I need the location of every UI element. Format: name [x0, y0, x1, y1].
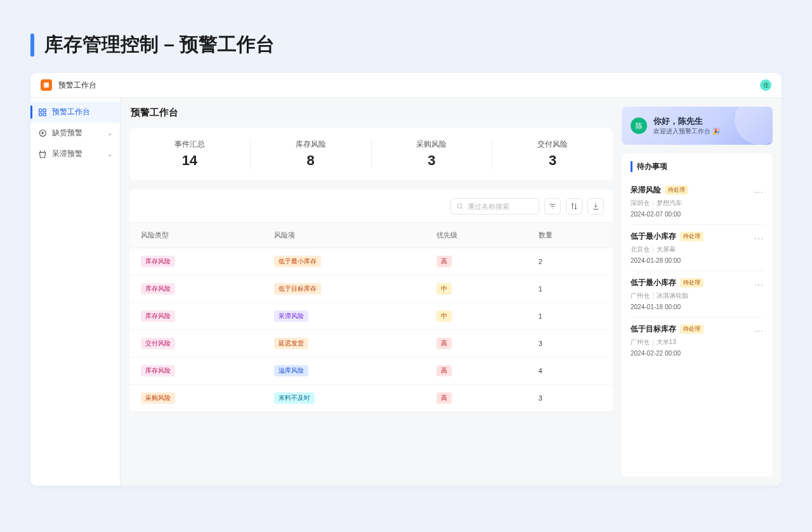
- todo-sub: 广州仓|大米13: [631, 338, 764, 347]
- svg-rect-1: [39, 109, 42, 111]
- app-frame: 预警工作台 佳 预警工作台缺货预警⌄呆滞预警⌄ 预警工作台 事件汇总14库存风险…: [30, 73, 782, 486]
- stat-item[interactable]: 交付风险3: [492, 139, 613, 169]
- table-row[interactable]: 库存风险低于目标库存中1: [129, 276, 613, 303]
- search-input[interactable]: [468, 203, 534, 210]
- todo-item[interactable]: 低于最小库存待处理北京仓|大屏幕2024-01-28 00:00⋯: [631, 225, 764, 271]
- stat-item[interactable]: 采购风险3: [372, 139, 493, 169]
- sidebar-icon: [38, 129, 47, 138]
- risk-item-tag: 来料不及时: [274, 392, 315, 404]
- main-title: 预警工作台: [129, 107, 613, 119]
- svg-rect-3: [39, 113, 42, 116]
- table-row[interactable]: 采购风险来料不及时高3: [129, 385, 613, 412]
- search-icon: [456, 203, 464, 210]
- export-button[interactable]: [587, 198, 604, 215]
- risk-table-card: 风险类型风险项优先级数量 库存风险低于最小库存高2库存风险低于目标库存中1库存风…: [129, 189, 613, 412]
- stat-label: 库存风险: [251, 139, 371, 150]
- stat-item[interactable]: 库存风险8: [251, 139, 372, 169]
- todo-status-badge: 待处理: [665, 185, 688, 195]
- sidebar-item-1[interactable]: 缺货预警⌄: [30, 123, 120, 143]
- priority-tag: 中: [436, 310, 452, 322]
- table-row[interactable]: 库存风险呆滞风险中1: [129, 303, 613, 330]
- todo-time: 2024-02-22 00:00: [631, 350, 764, 357]
- stats-card: 事件汇总14库存风险8采购风险3交付风险3: [129, 128, 613, 180]
- risk-item-tag: 低于最小库存: [274, 256, 321, 267]
- sidebar-item-label: 呆滞预警: [52, 149, 82, 159]
- table-row[interactable]: 库存风险溢库风险高4: [129, 357, 613, 385]
- risk-type-tag: 库存风险: [141, 256, 175, 267]
- more-icon[interactable]: ⋯: [754, 234, 764, 244]
- todo-name: 呆滞风险: [631, 185, 661, 196]
- stat-label: 事件汇总: [129, 139, 250, 150]
- sidebar-item-label: 预警工作台: [52, 107, 90, 117]
- table-header[interactable]: 风险项: [263, 223, 425, 248]
- sort-button[interactable]: [566, 198, 582, 215]
- todo-title: 待办事项: [631, 161, 764, 172]
- stat-value: 8: [251, 152, 371, 169]
- count-cell: 4: [527, 357, 613, 385]
- svg-rect-0: [44, 83, 49, 88]
- todo-name: 低于目标库存: [631, 324, 676, 335]
- risk-item-tag: 延迟发货: [274, 338, 308, 349]
- sidebar: 预警工作台缺货预警⌄呆滞预警⌄: [30, 98, 121, 486]
- stat-value: 14: [129, 152, 250, 169]
- stat-value: 3: [492, 152, 613, 169]
- svg-rect-4: [43, 113, 46, 116]
- risk-item-tag: 低于目标库存: [274, 283, 321, 295]
- app-header: 预警工作台 佳: [30, 73, 782, 98]
- user-avatar[interactable]: 佳: [760, 79, 771, 91]
- todo-name: 低于最小库存: [631, 277, 676, 288]
- svg-point-5: [457, 204, 462, 208]
- priority-tag: 高: [436, 365, 452, 376]
- stat-label: 采购风险: [372, 139, 492, 150]
- greeting-card: 陈 你好，陈先生 欢迎进入预警工作台 🎉: [622, 107, 773, 145]
- page-title: 库存管理控制 – 预警工作台: [44, 32, 275, 58]
- sidebar-icon: [38, 150, 47, 159]
- count-cell: 3: [527, 330, 613, 357]
- table-row[interactable]: 库存风险低于最小库存高2: [129, 248, 613, 276]
- todo-sub: 北京仓|大屏幕: [631, 245, 764, 254]
- greeting-hello: 你好，陈先生: [653, 116, 720, 127]
- todo-sub: 广州仓|冰淇淋轮胎: [631, 291, 764, 300]
- priority-tag: 高: [436, 338, 452, 349]
- svg-line-6: [461, 208, 462, 209]
- todo-item[interactable]: 呆滞风险待处理深圳仓|梦想汽车2024-02-07 00:00⋯: [631, 178, 764, 225]
- risk-table: 风险类型风险项优先级数量 库存风险低于最小库存高2库存风险低于目标库存中1库存风…: [129, 222, 613, 412]
- risk-type-tag: 库存风险: [141, 283, 175, 295]
- table-header[interactable]: 优先级: [425, 223, 527, 248]
- priority-tag: 中: [436, 283, 452, 295]
- risk-type-tag: 库存风险: [141, 365, 175, 376]
- more-icon[interactable]: ⋯: [754, 187, 764, 197]
- sidebar-item-label: 缺货预警: [52, 128, 82, 138]
- stat-label: 交付风险: [492, 139, 613, 150]
- table-header[interactable]: 数量: [527, 223, 613, 248]
- stat-item[interactable]: 事件汇总14: [129, 139, 251, 169]
- more-icon[interactable]: ⋯: [754, 280, 764, 290]
- todo-status-badge: 待处理: [680, 278, 704, 288]
- todo-time: 2024-02-07 00:00: [631, 211, 764, 218]
- todo-time: 2024-01-28 00:00: [631, 257, 764, 264]
- risk-type-tag: 采购风险: [141, 392, 175, 404]
- sidebar-item-2[interactable]: 呆滞预警⌄: [30, 143, 120, 164]
- stat-value: 3: [372, 152, 492, 169]
- count-cell: 2: [527, 248, 613, 276]
- todo-time: 2024-01-18 00:00: [631, 303, 764, 310]
- chevron-down-icon: ⌄: [107, 150, 112, 157]
- sidebar-icon: [38, 108, 47, 117]
- more-icon[interactable]: ⋯: [754, 326, 764, 336]
- table-row[interactable]: 交付风险延迟发货高3: [129, 330, 613, 357]
- greeting-avatar: 陈: [631, 117, 647, 134]
- svg-rect-2: [43, 109, 46, 111]
- count-cell: 3: [527, 385, 613, 412]
- todo-item[interactable]: 低于目标库存待处理广州仓|大米132024-02-22 00:00⋯: [631, 317, 764, 363]
- priority-tag: 高: [436, 392, 452, 404]
- count-cell: 1: [527, 276, 613, 303]
- count-cell: 1: [527, 303, 613, 330]
- sidebar-item-0[interactable]: 预警工作台: [30, 102, 120, 123]
- todo-item[interactable]: 低于最小库存待处理广州仓|冰淇淋轮胎2024-01-18 00:00⋯: [631, 271, 764, 317]
- table-header[interactable]: 风险类型: [129, 223, 263, 248]
- filter-button[interactable]: [544, 198, 561, 215]
- search-input-wrapper[interactable]: [450, 198, 539, 215]
- todo-sub: 深圳仓|梦想汽车: [631, 199, 764, 208]
- risk-type-tag: 库存风险: [141, 310, 175, 322]
- app-header-title: 预警工作台: [58, 80, 96, 91]
